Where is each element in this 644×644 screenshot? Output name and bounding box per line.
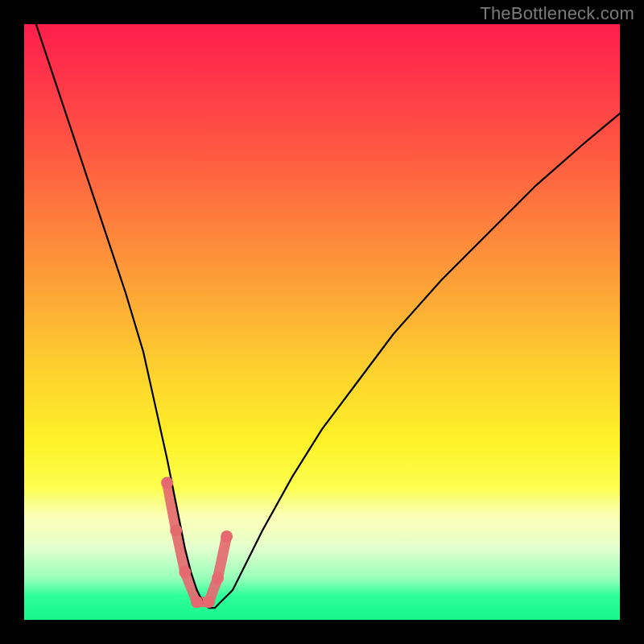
marker-dot	[161, 477, 173, 489]
plot-area	[24, 24, 620, 620]
watermark-text: TheBottleneck.com	[480, 3, 634, 24]
bottleneck-curve	[36, 24, 620, 608]
marker-dot	[191, 596, 203, 608]
marker-dot	[179, 566, 191, 578]
marker-dot	[203, 596, 215, 608]
curve-svg	[24, 24, 620, 620]
marker-dot	[212, 572, 224, 584]
marker-dot	[170, 525, 182, 537]
chart-frame: TheBottleneck.com	[0, 0, 644, 644]
marker-dot	[221, 530, 233, 543]
